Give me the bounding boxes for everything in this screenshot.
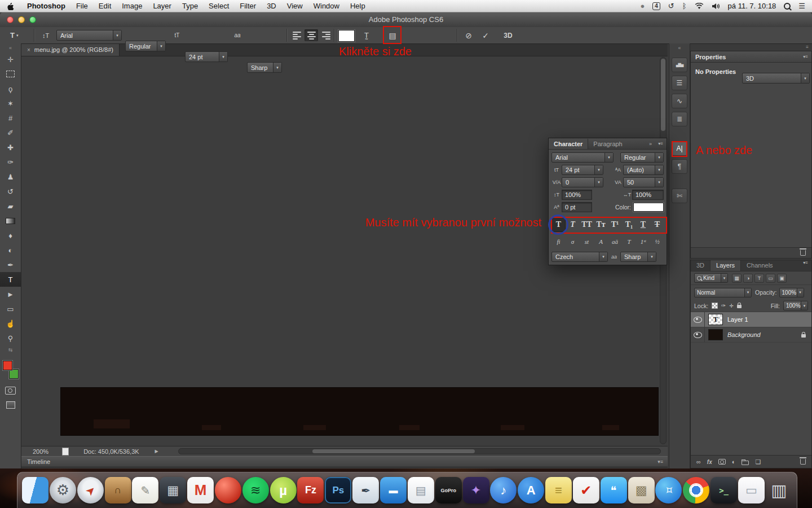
window-app-dock-icon[interactable]: ▭ — [738, 477, 765, 503]
eraser-tool[interactable]: ▰ — [0, 199, 21, 213]
font-size-select[interactable]: 24 pt▾ — [185, 51, 228, 62]
screen-mode-button[interactable] — [6, 401, 15, 409]
clone-stamp-tool[interactable]: ♟ — [0, 169, 21, 184]
ordinals-button[interactable]: 1ˢᵗ — [636, 235, 650, 248]
stamp-app-dock-icon[interactable]: ▩ — [628, 477, 655, 503]
adjustment-layer-icon[interactable]: ◐ — [732, 458, 736, 465]
zoom-tool[interactable]: ⚲ — [0, 331, 21, 345]
visibility-cell[interactable] — [691, 312, 705, 327]
filter-adjustment-icon[interactable]: ◑ — [743, 274, 753, 283]
timeline-menu-icon[interactable]: ▾≡ — [657, 457, 663, 467]
delete-layer-icon[interactable] — [800, 459, 806, 465]
photoshop-dock-icon[interactable]: Ps — [325, 477, 351, 503]
kerning-select[interactable]: 0▾ — [562, 177, 603, 187]
system-preferences-dock-icon[interactable]: ⚙ — [50, 477, 76, 503]
healing-brush-tool[interactable]: ✚ — [0, 140, 21, 155]
itunes-dock-icon[interactable]: ♪ — [490, 477, 517, 503]
filter-type-icon[interactable]: T — [754, 274, 764, 283]
discretionary-ligatures-button[interactable]: st — [580, 235, 594, 248]
opacity-select[interactable]: 100% ▾ — [779, 288, 804, 297]
trash-icon[interactable] — [800, 250, 806, 256]
commit-edits-button[interactable]: ✓ — [479, 30, 492, 41]
character-styles-panel-icon[interactable]: ✄ — [672, 189, 687, 203]
spotlight-icon[interactable] — [784, 3, 791, 10]
new-layer-icon[interactable]: ❏ — [755, 458, 761, 466]
vertical-scrollbar-thumb[interactable] — [661, 59, 665, 131]
history-brush-tool[interactable]: ↺ — [0, 184, 21, 199]
menu-help[interactable]: Help — [350, 0, 365, 12]
lasso-tool[interactable]: ϙ — [0, 81, 21, 96]
gopro-dock-icon[interactable]: GoPro — [435, 477, 462, 503]
char-anti-alias-select[interactable]: Sharp▾ — [620, 252, 656, 262]
menu-edit[interactable]: Edit — [99, 0, 111, 12]
path-selection-tool[interactable]: ► — [0, 287, 21, 301]
crop-tool[interactable]: # — [0, 111, 21, 125]
align-center-button[interactable] — [304, 29, 318, 41]
textedit-dock-icon[interactable]: ✎ — [132, 477, 158, 503]
align-right-button[interactable] — [319, 29, 333, 41]
properties-panel-menu-icon[interactable]: ▾≡ — [803, 54, 808, 59]
minimize-window-button[interactable] — [18, 16, 25, 23]
close-window-button[interactable] — [7, 16, 14, 23]
layer-name[interactable]: Layer 1 — [727, 316, 748, 323]
menu-select[interactable]: Select — [209, 0, 229, 12]
spotify-dock-icon[interactable]: ≋ — [242, 477, 269, 503]
anti-alias-select[interactable]: Sharp▾ — [247, 62, 282, 73]
lock-move-icon[interactable]: ✛ — [730, 303, 734, 309]
histogram-panel-icon[interactable]: ▄▇▅ — [672, 58, 687, 72]
notification-center-icon[interactable]: ☰ — [798, 2, 805, 10]
menu-image[interactable]: Image — [122, 0, 142, 12]
titling-alternates-button[interactable]: T — [622, 235, 636, 248]
warp-text-button[interactable]: T̰ — [360, 30, 373, 41]
text-color-swatch[interactable] — [338, 30, 355, 42]
styles-panel-icon[interactable]: ≣ — [672, 112, 687, 126]
safari-dock-icon[interactable]: ✧ — [655, 477, 682, 503]
layer-name[interactable]: Background — [727, 331, 761, 338]
gradient-tool[interactable] — [0, 213, 21, 228]
finder-dock-icon[interactable] — [22, 477, 48, 503]
notification-icon[interactable]: ● — [640, 2, 645, 10]
collapse-toolbar[interactable]: « — [0, 43, 21, 52]
horizontal-scrollbar[interactable] — [178, 448, 661, 454]
document-app-dock-icon[interactable]: ▤ — [408, 477, 434, 503]
paragraph-panel-icon[interactable]: ¶ — [672, 159, 687, 174]
move-tool[interactable]: ✛ — [0, 52, 21, 67]
pen-tool[interactable]: ✒ — [0, 257, 21, 272]
volume-icon[interactable] — [712, 3, 720, 10]
terminal-dock-icon[interactable]: >_ — [710, 477, 737, 503]
background-color-swatch[interactable] — [9, 369, 19, 379]
foreground-color-swatch[interactable] — [3, 361, 12, 370]
tab-paragraph[interactable]: Paragraph — [588, 139, 627, 149]
filter-shape-icon[interactable]: ▭ — [766, 274, 775, 283]
stylistic-alternates-button[interactable]: aā — [608, 235, 622, 248]
layer-effects-icon[interactable]: fx — [707, 459, 712, 465]
layer-thumbnail[interactable]: T — [708, 314, 723, 325]
tab-character[interactable]: Character — [549, 139, 588, 149]
pen-app-dock-icon[interactable]: ✒ — [352, 477, 379, 503]
char-font-family-select[interactable]: Arial▾ — [551, 152, 614, 163]
menubar-clock[interactable]: pá 11. 7. 10:18 — [728, 2, 776, 10]
wifi-icon[interactable] — [695, 3, 704, 10]
fractions-button[interactable]: ½ — [650, 235, 664, 248]
panel-dock-header[interactable]: ≡ — [690, 43, 812, 51]
leading-select[interactable]: (Auto)▾ — [623, 165, 664, 175]
bag-app-dock-icon[interactable]: ∩ — [105, 477, 131, 503]
ligatures-button[interactable]: fi — [551, 235, 566, 248]
swash-button[interactable]: A — [594, 235, 608, 248]
dodge-tool[interactable]: ◐ — [0, 243, 21, 257]
baseline-shift-field[interactable]: 0 pt — [562, 202, 592, 212]
workspace-select[interactable]: 3D▾ — [742, 73, 810, 84]
menu-file[interactable]: File — [76, 0, 88, 12]
check-app-dock-icon[interactable]: ✔ — [573, 477, 599, 503]
layer-group-icon[interactable] — [742, 461, 749, 465]
font-style-select[interactable]: Regular▾ — [125, 41, 166, 51]
quick-selection-tool[interactable]: ✶ — [0, 96, 21, 111]
chrome-dock-icon[interactable] — [683, 477, 709, 503]
hand-tool[interactable]: ☝ — [0, 316, 21, 331]
time-machine-icon[interactable]: ↺ — [668, 2, 674, 10]
tool-preset-picker[interactable]: T ▾ — [10, 30, 29, 41]
status-arrow-icon[interactable]: ▶ — [155, 449, 158, 454]
window-titlebar[interactable]: Adobe Photoshop CS6 — [0, 12, 812, 28]
fill-select[interactable]: 100% ▾ — [783, 301, 808, 310]
expand-panels-icon[interactable]: « — [669, 45, 690, 51]
